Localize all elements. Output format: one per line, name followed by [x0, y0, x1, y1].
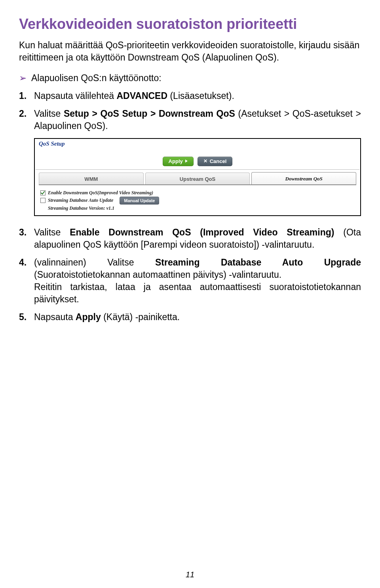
step-text: (valinnainen) Valitse: [34, 257, 155, 267]
step-text: (Käytä) -painiketta.: [101, 312, 180, 322]
step-bold: ADVANCED: [116, 91, 167, 101]
step-bold: Setup > QoS Setup > Downstream QoS: [64, 108, 235, 119]
option-enable-downstream: Enable Downstream QoS(Improved Video Str…: [40, 190, 355, 196]
version-row: Streaming Database Version: v1.1: [40, 205, 355, 211]
page-title: Verkkovideoiden suoratoiston prioriteett…: [19, 16, 361, 32]
step-text: Napsauta: [34, 312, 76, 322]
step-number: 4.: [19, 256, 34, 269]
tab-downstream[interactable]: Downstream QoS: [251, 172, 356, 184]
bullet-text: Alapuolisen QoS:n käyttöönotto:: [31, 72, 162, 84]
step-bold: Enable Downstream QoS (Improved Video St…: [70, 227, 334, 237]
step-number: 1.: [19, 90, 34, 102]
cancel-button[interactable]: ✕ Cancel: [198, 157, 233, 166]
cancel-label: Cancel: [210, 158, 227, 164]
step-4: 4. (valinnainen) Valitse Streaming Datab…: [19, 256, 361, 305]
manual-update-button[interactable]: Manual Update: [120, 197, 159, 205]
button-row: Apply ✕ Cancel: [36, 148, 359, 170]
version-text: Streaming Database Version: v1.1: [48, 205, 114, 211]
steps-list-cont: 3. Valitse Enable Downstream QoS (Improv…: [19, 226, 361, 323]
steps-list: 1. Napsauta välilehteä ADVANCED (Lisäase…: [19, 90, 361, 132]
step-text: (Lisäasetukset).: [167, 91, 234, 101]
option-label: Streaming Database Auto Update: [48, 197, 113, 203]
option-label: Enable Downstream QoS(Improved Video Str…: [48, 190, 153, 196]
checkbox-enable[interactable]: [40, 190, 46, 195]
step-1: 1. Napsauta välilehteä ADVANCED (Lisäase…: [19, 90, 361, 102]
step-5: 5. Napsauta Apply (Käytä) -painiketta.: [19, 311, 361, 323]
tab-upstream[interactable]: Upstream QoS: [145, 173, 250, 184]
step-tail: Reititin tarkistaa, lataa ja asentaa aut…: [34, 282, 361, 304]
close-icon: ✕: [203, 158, 207, 164]
play-icon: [185, 159, 188, 163]
tab-row: WMM Upstream QoS Downstream QoS: [39, 172, 356, 185]
option-auto-update: Streaming Database Auto Update Manual Up…: [40, 197, 355, 205]
step-number: 3.: [19, 226, 34, 239]
tab-wmm[interactable]: WMM: [39, 173, 144, 184]
step-2: 2. Valitse Setup > QoS Setup > Downstrea…: [19, 108, 361, 132]
intro-paragraph: Kun haluat määrittää QoS-prioriteetin ve…: [19, 39, 361, 64]
apply-label: Apply: [169, 158, 183, 164]
options-area: Enable Downstream QoS(Improved Video Str…: [36, 185, 359, 214]
step-number: 2.: [19, 108, 34, 120]
step-bold: Streaming Database Auto Upgrade: [155, 257, 361, 267]
step-text: Napsauta välilehteä: [34, 91, 116, 101]
step-number: 5.: [19, 311, 34, 323]
apply-button[interactable]: Apply: [163, 157, 194, 166]
qos-screenshot: QoS Setup Apply ✕ Cancel WMM Upstream Qo…: [34, 138, 361, 216]
step-text: (Suoratoistotietokannan automaattinen pä…: [34, 269, 281, 280]
step-bold: Apply: [76, 312, 101, 322]
qos-panel-title: QoS Setup: [36, 140, 359, 148]
page-number: 11: [0, 570, 380, 579]
checkbox-auto[interactable]: [40, 198, 46, 203]
step-3: 3. Valitse Enable Downstream QoS (Improv…: [19, 226, 361, 251]
arrow-icon: ➢: [19, 72, 27, 84]
step-text: Valitse: [34, 227, 70, 237]
bullet-heading: ➢ Alapuolisen QoS:n käyttöönotto:: [19, 72, 361, 84]
step-text: Valitse: [34, 108, 64, 119]
